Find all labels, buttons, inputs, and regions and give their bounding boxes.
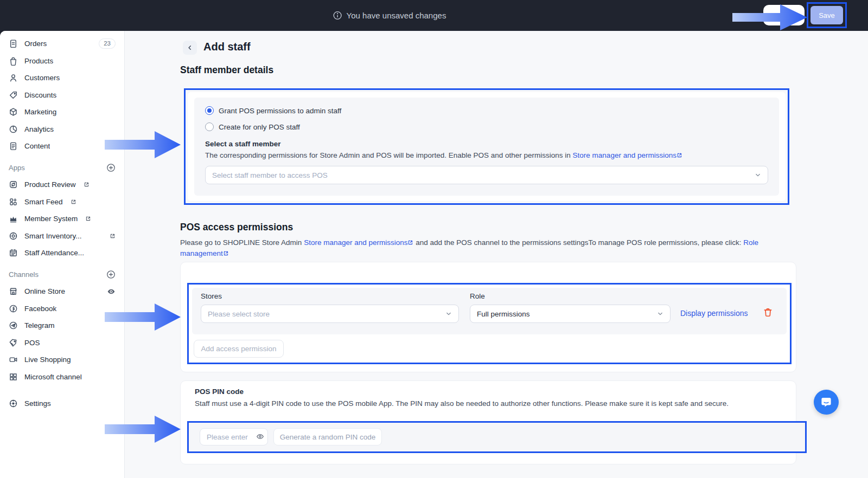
radio-label: Grant POS permissions to admin staff [219,107,341,115]
customers-icon [9,73,18,82]
store-manager-permissions-link[interactable]: Store manager and permissions [573,151,676,159]
radio-create-pos-staff[interactable]: Create for only POS staff [205,121,768,132]
chevron-down-icon [755,172,761,178]
description-text: and add the POS channel to the permissio… [413,238,743,247]
sidebar-item-orders[interactable]: Orders 23 [0,35,124,53]
discount-tag-icon [9,91,18,100]
save-button[interactable]: Save [810,6,843,24]
sidebar-item-label: Microsoft channel [24,373,82,381]
staff-member-details-heading: Staff member details [180,64,273,76]
main-content: Add staff Staff member details Grant POS… [125,31,868,478]
video-camera-icon [9,355,18,364]
plus-circle-icon[interactable] [106,270,116,279]
orders-icon [9,39,18,48]
grid-squares-icon [9,372,18,382]
external-link-icon [71,199,76,205]
description-text: Please go to SHOPLINE Store Admin [180,238,304,247]
select-staff-label: Select a staff member [205,140,768,148]
delete-permission-button[interactable] [763,307,773,319]
gear-icon [9,399,18,408]
plus-circle-icon[interactable] [106,163,116,172]
sidebar-item-facebook[interactable]: Facebook [0,300,124,318]
back-button[interactable] [183,41,197,55]
eye-toggle-icon[interactable] [256,432,264,441]
display-permissions-link[interactable]: Display permissions [680,309,748,318]
chevron-down-icon [445,311,452,317]
sidebar-section-apps: Apps [0,159,124,177]
stores-label: Stores [201,292,459,300]
store-manager-permissions-link[interactable]: Store manager and permissions [304,238,407,247]
sidebar-item-label: Discounts [24,91,56,99]
trash-icon [763,307,773,318]
sidebar-item-label: Settings [24,399,51,408]
add-access-permission-button[interactable]: Add access permission [194,340,284,358]
products-icon [9,56,18,66]
chat-bubble-icon [820,396,833,409]
sidebar-item-label: Smart Feed [24,198,63,206]
external-link-icon [407,240,413,246]
calendar-icon [9,248,18,257]
sidebar-item-smart-inventory[interactable]: Smart Inventory... [0,228,124,245]
sidebar-item-member-system[interactable]: Member System [0,210,124,228]
smart-feed-icon [9,197,18,206]
staff-details-card: Grant POS permissions to admin staff Cre… [188,92,786,201]
eye-icon[interactable] [107,287,116,296]
radio-selected-icon[interactable] [205,106,214,115]
sidebar-item-content[interactable]: Content [0,138,124,155]
access-permission-row: Stores Please select store Role Full per… [192,288,787,334]
sidebar: Orders 23 Products Customers Discounts M… [0,31,125,478]
pin-code-panel: Generate a random PIN code [189,423,805,451]
sidebar-item-label: Member System [24,215,78,223]
sidebar-item-live-shopping[interactable]: Live Shopping [0,351,124,369]
sidebar-item-analytics[interactable]: Analytics [0,121,124,138]
pos-access-permissions-heading: POS access permissions [180,222,293,233]
annotation-box-access-permissions: Stores Please select store Role Full per… [187,283,792,364]
select-staff-description: The corresponding permissions for Store … [205,151,768,159]
chevron-left-icon [187,44,193,51]
external-link-icon [110,233,116,239]
content-doc-icon [9,141,18,151]
sidebar-item-pos[interactable]: POS [0,334,124,352]
sidebar-item-marketing[interactable]: Marketing [0,104,124,121]
external-link-icon [85,216,91,222]
description-text: The corresponding permissions for Store … [205,151,573,159]
sidebar-item-customers[interactable]: Customers [0,69,124,87]
sidebar-item-label: Smart Inventory... [24,232,82,240]
workspace: Orders 23 Products Customers Discounts M… [0,31,868,478]
staff-details-panel: Grant POS permissions to admin staff Cre… [194,98,779,196]
sidebar-item-smart-feed[interactable]: Smart Feed [0,193,124,211]
sidebar-item-settings[interactable]: Settings [0,395,124,412]
sidebar-item-label: Live Shopping [24,356,71,364]
sidebar-item-label: Products [24,57,53,65]
pos-tag-icon [9,338,18,347]
sidebar-item-microsoft-channel[interactable]: Microsoft channel [0,369,124,386]
pos-pin-code-card: POS PIN code Staff must use a 4-digit PI… [180,380,796,464]
storefront-icon [9,287,18,296]
sidebar-item-staff-attendance[interactable]: Staff Attendance... [0,244,124,262]
orders-count-badge: 23 [99,38,116,49]
chat-launcher-button[interactable] [814,390,839,415]
radio-grant-pos-permissions[interactable]: Grant POS permissions to admin staff [205,105,768,116]
sidebar-item-label: Telegram [24,321,55,330]
annotation-box-pin-code: Generate a random PIN code [187,421,807,453]
generate-pin-button[interactable]: Generate a random PIN code [273,428,382,445]
stores-field: Stores Please select store [201,292,459,323]
radio-unselected-icon[interactable] [205,122,214,131]
select-placeholder: Select staff member to access POS [212,171,328,179]
sidebar-item-products[interactable]: Products [0,53,124,70]
section-label: Channels [9,270,39,279]
staff-member-select[interactable]: Select staff member to access POS [205,166,768,184]
section-label: Apps [9,164,25,172]
sidebar-item-product-review[interactable]: Product Review [0,176,124,193]
sidebar-item-telegram[interactable]: Telegram [0,317,124,334]
stores-select[interactable]: Please select store [201,305,459,323]
discard-button[interactable] [763,5,805,25]
role-field: Role Full permissions [470,292,671,323]
role-select[interactable]: Full permissions [470,305,671,323]
sidebar-item-discounts[interactable]: Discounts [0,87,124,104]
annotation-box-staff-details: Grant POS permissions to admin staff Cre… [184,88,789,205]
unsaved-changes-banner: You have unsaved changes [333,0,446,31]
role-label: Role [470,292,671,300]
sidebar-item-online-store[interactable]: Online Store [0,283,124,300]
unsaved-changes-text: You have unsaved changes [347,11,446,20]
